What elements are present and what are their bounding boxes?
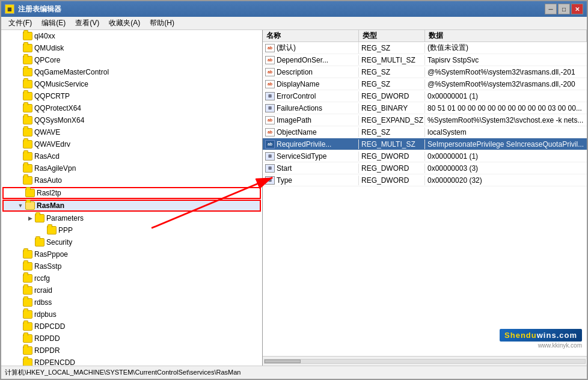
tree-item-rdbss[interactable]: rdbss xyxy=(1,296,262,308)
tree-item-qmudisk[interactable]: QMUdisk xyxy=(1,42,262,54)
maximize-button[interactable]: □ xyxy=(558,4,570,14)
expand-icon xyxy=(13,322,23,331)
tree-label: QWAVEdrv xyxy=(34,140,70,149)
value-data: 0x00000001 (1) xyxy=(425,91,587,101)
expand-icon xyxy=(13,250,23,259)
col-header-name: 名称 xyxy=(263,30,359,41)
value-row-objectname[interactable]: ab ObjectName REG_SZ localSystem xyxy=(263,126,587,138)
value-row-servicesidtype[interactable]: ⊞ ServiceSidType REG_DWORD 0x00000001 (1… xyxy=(263,150,587,162)
tree-item-qwave[interactable]: QWAVE xyxy=(1,126,262,138)
window-controls: ─ □ ✕ xyxy=(545,4,583,14)
tree-item-parameters[interactable]: ▶ Parameters xyxy=(1,212,262,224)
tree-panel[interactable]: ql40xx QMUdisk QPCore QqGameMasterContro… xyxy=(1,30,263,366)
tree-item-qqpcrtp[interactable]: QQPCRTP xyxy=(1,90,262,102)
expand-icon xyxy=(13,127,23,137)
reg-icon-ab: ab xyxy=(265,128,275,136)
title-bar: ▦ 注册表编辑器 ─ □ ✕ xyxy=(1,1,587,17)
value-type: REG_MULTI_SZ xyxy=(359,55,425,65)
tree-item-rdpdr[interactable]: RDPDR xyxy=(1,345,262,357)
tree-label: rcraid xyxy=(34,286,52,295)
tree-item-qqprotect[interactable]: QQProtectX64 xyxy=(1,102,262,114)
tree-item-rasl2tp[interactable]: Rasl2tp xyxy=(2,187,261,199)
tree-label: rdpbus xyxy=(34,310,57,319)
menu-bar: 文件(F) 编辑(E) 查看(V) 收藏夹(A) 帮助(H) xyxy=(1,17,587,30)
value-name: ⊞ Start xyxy=(263,164,359,173)
tree-item-rdpdd[interactable]: RDPDD xyxy=(1,332,262,345)
close-button[interactable]: ✕ xyxy=(571,4,583,14)
tree-item-rccfg[interactable]: rccfg xyxy=(1,272,262,284)
tree-item-security[interactable]: Security xyxy=(1,236,262,248)
value-type: REG_DWORD xyxy=(359,164,425,173)
registry-editor-window: ▦ 注册表编辑器 ─ □ ✕ 文件(F) 编辑(E) 查看(V) 收藏夹(A) … xyxy=(0,0,588,380)
value-type: REG_EXPAND_SZ xyxy=(359,115,425,125)
tree-item-rdpencdd[interactable]: RDPENCDD xyxy=(1,357,262,366)
tree-item-qqmusic[interactable]: QQMusicService xyxy=(1,78,262,90)
values-header: 名称 类型 数据 xyxy=(263,30,587,42)
tree-item-rdpbus[interactable]: rdpbus xyxy=(1,308,262,320)
tree-item-qpcore[interactable]: QPCore xyxy=(1,54,262,66)
tree-item-rasauto[interactable]: RasAuto xyxy=(1,174,262,186)
tree-item-qqgame[interactable]: QqGameMasterControl xyxy=(1,66,262,78)
tree-label: QQProtectX64 xyxy=(34,104,81,112)
folder-icon xyxy=(23,80,32,88)
value-row-dependonser[interactable]: ab DependOnSer... REG_MULTI_SZ Tapisrv S… xyxy=(263,54,587,66)
tree-item-rassstp[interactable]: RasSstp xyxy=(1,260,262,272)
value-data: %SystemRoot%\System32\svchost.exe -k net… xyxy=(425,115,587,125)
folder-icon xyxy=(23,140,32,149)
value-row-start[interactable]: ⊞ Start REG_DWORD 0x00000003 (3) xyxy=(263,162,587,174)
watermark-rest: wins.com xyxy=(537,331,577,340)
expand-icon xyxy=(13,164,23,173)
tree-item-qwavedrv[interactable]: QWAVEdrv xyxy=(1,138,262,150)
value-name: ab DependOnSer... xyxy=(263,55,359,65)
value-row-description[interactable]: ab Description REG_SZ @%SystemRoot%\syst… xyxy=(263,66,587,78)
folder-icon xyxy=(23,346,32,355)
tree-item-rasman[interactable]: ▼ RasMan xyxy=(2,200,261,212)
folder-icon xyxy=(23,104,32,112)
value-row-failureactions[interactable]: ⊞ FailureActions REG_BINARY 80 51 01 00 … xyxy=(263,102,587,114)
value-type: REG_DWORD xyxy=(359,176,425,185)
tree-item-rdpcdd[interactable]: RDPCDD xyxy=(1,320,262,332)
menu-edit[interactable]: 编辑(E) xyxy=(37,17,70,29)
expand-icon xyxy=(13,298,23,307)
expand-icon xyxy=(13,176,23,185)
horizontal-scrollbar[interactable] xyxy=(263,356,587,366)
value-data: Tapisrv SstpSvc xyxy=(425,55,587,65)
tree-item-ppp[interactable]: PPP xyxy=(1,224,262,236)
menu-file[interactable]: 文件(F) xyxy=(4,17,37,29)
tree-item-ql40xx[interactable]: ql40xx xyxy=(1,30,262,42)
folder-icon xyxy=(23,44,32,52)
tree-item-raspppoe[interactable]: RasPppoe xyxy=(1,248,262,260)
tree-label: QPCore xyxy=(34,56,60,64)
value-row-requiredprivile[interactable]: ab RequiredPrivile... REG_MULTI_SZ SeImp… xyxy=(263,138,587,150)
menu-favorites[interactable]: 收藏夹(A) xyxy=(104,17,145,29)
value-name: ab (默认) xyxy=(263,42,359,54)
menu-help[interactable]: 帮助(H) xyxy=(145,17,179,29)
value-row-imagepath[interactable]: ab ImagePath REG_EXPAND_SZ %SystemRoot%\… xyxy=(263,114,587,126)
tree-label: RDPDR xyxy=(34,346,60,355)
value-row-displayname[interactable]: ab DisplayName REG_SZ @%SystemRoot%\syst… xyxy=(263,78,587,90)
expand-icon xyxy=(13,346,23,355)
tree-item-rasagilevpn[interactable]: RasAgileVpn xyxy=(1,162,262,174)
tree-label: Parameters xyxy=(46,214,84,222)
tree-item-qqsysmon[interactable]: QQSysMonX64 xyxy=(1,114,262,126)
value-row-type[interactable]: ⊞ Type REG_DWORD 0x00000020 (32) xyxy=(263,174,587,186)
tree-item-rasacd[interactable]: RasAcd xyxy=(1,150,262,162)
value-row-errorcontrol[interactable]: ⊞ ErrorControl REG_DWORD 0x00000001 (1) xyxy=(263,90,587,102)
expand-icon xyxy=(13,67,23,77)
tree-item-rcraid[interactable]: rcraid xyxy=(1,284,262,296)
folder-icon xyxy=(35,238,44,247)
minimize-button[interactable]: ─ xyxy=(545,4,557,14)
folder-icon xyxy=(23,164,32,173)
tree-label: RDPDD xyxy=(34,334,60,343)
window-title: 注册表编辑器 xyxy=(18,4,545,14)
scroll-thumb[interactable] xyxy=(265,360,301,363)
menu-view[interactable]: 查看(V) xyxy=(70,17,104,29)
value-type: REG_DWORD xyxy=(359,152,425,161)
tree-label: RasPppoe xyxy=(34,250,68,259)
values-list[interactable]: ab (默认) REG_SZ (数值未设置) ab DependOnSer...… xyxy=(263,42,587,356)
expand-icon xyxy=(13,152,23,161)
value-data: @%SystemRoot%\system32\rasmans.dll,-200 xyxy=(425,79,587,89)
value-type: REG_SZ xyxy=(359,127,425,137)
value-row-default[interactable]: ab (默认) REG_SZ (数值未设置) xyxy=(263,42,587,54)
folder-icon xyxy=(23,92,32,100)
